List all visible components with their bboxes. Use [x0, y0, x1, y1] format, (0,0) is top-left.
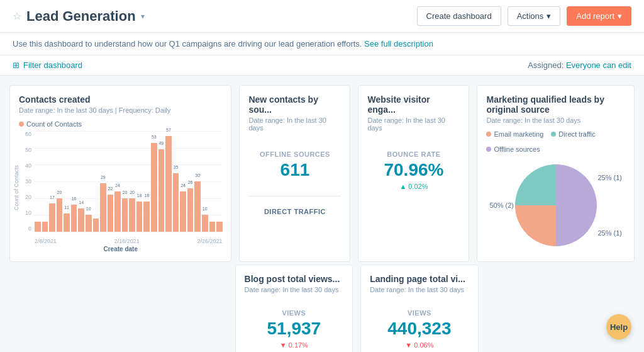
landing-page-views-card: Landing page total vi... Date range: In …	[360, 264, 479, 352]
bar-item: 11	[64, 213, 70, 232]
header: ☆ Lead Generation ▾ Create dashboard Act…	[0, 0, 644, 33]
pie-label-email: 25% (1)	[597, 174, 622, 181]
website-visitor-title: Website visitor enga...	[367, 94, 460, 115]
landing-page-title: Landing page total vi...	[370, 274, 469, 284]
bar-item: 49	[158, 149, 165, 232]
bar-chart: Count of Contacts 6050403020100 17201116…	[19, 131, 222, 244]
landing-views-change: ▼ 0.06%	[370, 341, 469, 349]
blog-views-value: 51,937	[245, 319, 344, 339]
legend-direct: Direct traffic	[551, 130, 595, 138]
bar-item: 14	[78, 208, 84, 232]
down-arrow-icon: ▼	[280, 341, 287, 349]
bar-item: 35	[173, 173, 179, 232]
new-contacts-metric-label: OFFLINE SOURCES	[248, 150, 341, 158]
pie-label-offline: 50% (2)	[489, 202, 514, 209]
spacer2	[486, 264, 635, 352]
pie-email	[515, 205, 556, 246]
bar-item: 24	[114, 191, 121, 232]
bar-chart-area: 1720111614102922242020181853495735242630…	[35, 131, 222, 232]
y-axis: 6050403020100	[19, 131, 31, 232]
email-dot	[486, 132, 491, 137]
add-report-button[interactable]: Add report ▾	[567, 6, 631, 26]
bar-item: 24	[180, 191, 186, 232]
legend-offline: Offline sources	[486, 145, 540, 153]
chevron-down-icon[interactable]: ▾	[141, 12, 145, 21]
actions-button[interactable]: Actions ▾	[508, 6, 561, 26]
new-contacts-sub-label: DIRECT TRAFFIC	[248, 208, 341, 215]
x-axis: 2/6/2021 2/16/2021 2/26/2021	[35, 238, 222, 244]
bounce-rate-change: ▲ 0.02%	[367, 183, 460, 190]
dashboard: Contacts created Date range: In the last…	[0, 76, 644, 352]
landing-views-label: VIEWS	[370, 309, 469, 317]
new-contacts-card: New contacts by sou... Date range: In th…	[239, 85, 350, 262]
bar-item: 26	[187, 188, 194, 232]
bar-item: 18	[143, 202, 150, 232]
website-visitor-card: Website visitor enga... Date range: In t…	[358, 85, 469, 262]
mql-source-card: Marketing qualified leads by original so…	[477, 85, 635, 262]
offline-dot	[486, 147, 491, 152]
bar-item	[93, 219, 99, 232]
header-left: ☆ Lead Generation ▾	[13, 8, 145, 25]
mql-source-subtitle: Date range: In the last 30 days	[486, 116, 625, 124]
new-contacts-title: New contacts by sou...	[248, 94, 341, 115]
pie-label-direct: 25% (1)	[597, 229, 622, 237]
bar-item: 29	[100, 183, 106, 232]
pie-chart	[509, 158, 603, 253]
contacts-created-card: Contacts created Date range: In the last…	[9, 85, 231, 262]
assigned-section: Assigned: Everyone can edit	[528, 60, 631, 70]
blog-post-views-card: Blog post total views... Date range: In …	[235, 264, 353, 352]
bar-item	[42, 222, 48, 232]
header-actions: Create dashboard Actions ▾ Add report ▾	[417, 6, 631, 26]
direct-dot	[551, 132, 556, 137]
pie-offline	[556, 164, 597, 246]
row-1: Contacts created Date range: In the last…	[9, 85, 635, 262]
bounce-rate-label: BOUNCE RATE	[367, 150, 460, 158]
bar-item	[35, 222, 41, 232]
new-contacts-metric-value: 611	[248, 161, 341, 180]
bar-item: 20	[57, 198, 63, 232]
contacts-created-title: Contacts created	[19, 94, 222, 105]
bounce-rate-value: 70.96%	[367, 161, 460, 180]
legend-email: Email marketing	[486, 130, 543, 138]
landing-page-subtitle: Date range: In the last 30 days	[370, 286, 469, 293]
contacts-created-subtitle: Date range: In the last 30 days | Freque…	[19, 106, 222, 114]
see-full-description-link[interactable]: See full description	[364, 39, 433, 48]
star-icon[interactable]: ☆	[13, 10, 21, 22]
chevron-down-icon: ▾	[547, 11, 551, 21]
blog-views-label: VIEWS	[245, 309, 344, 317]
spacer	[9, 264, 228, 352]
bar-item: 16	[71, 205, 77, 232]
bar-item: 10	[202, 215, 208, 232]
bar-item: 20	[129, 198, 135, 232]
mql-legend: Email marketing Direct traffic Offline s…	[486, 130, 625, 153]
grid-icon: ⊞	[13, 60, 19, 70]
bar-item: 17	[49, 203, 55, 232]
bar-item: 53	[151, 143, 157, 232]
x-axis-title: Create date	[19, 246, 222, 253]
bar-item: 20	[122, 198, 128, 232]
contacts-created-legend: Count of Contacts	[19, 120, 222, 128]
bar-item	[209, 222, 216, 232]
edit-permissions-link[interactable]: Everyone can edit	[566, 60, 631, 70]
filter-dashboard-button[interactable]: ⊞ Filter dashboard	[13, 60, 82, 70]
bar-item: 10	[86, 215, 92, 232]
blog-post-subtitle: Date range: In the last 30 days	[245, 286, 344, 293]
new-contacts-subtitle: Date range: In the last 30 days	[248, 116, 341, 132]
pie-direct	[515, 164, 556, 205]
create-dashboard-button[interactable]: Create dashboard	[417, 6, 501, 26]
legend-dot	[19, 122, 24, 127]
row-1b: Blog post total views... Date range: In …	[9, 264, 635, 352]
website-visitor-subtitle: Date range: In the last 30 days	[367, 116, 460, 132]
page-title: Lead Generation	[26, 8, 136, 25]
up-arrow-icon: ▲	[399, 183, 406, 190]
chevron-down-icon: ▾	[618, 11, 622, 21]
filter-bar: ⊞ Filter dashboard Assigned: Everyone ca…	[0, 55, 644, 76]
help-button[interactable]: Help	[606, 314, 631, 339]
blog-views-change: ▼ 0.17%	[245, 341, 344, 349]
mql-source-title: Marketing qualified leads by original so…	[486, 94, 625, 115]
bar-item	[216, 222, 223, 232]
down-arrow-icon: ▼	[405, 341, 412, 349]
landing-views-value: 440,323	[370, 319, 469, 339]
bar-item: 57	[165, 136, 172, 232]
subheader: Use this dashboard to understand how our…	[0, 33, 644, 55]
